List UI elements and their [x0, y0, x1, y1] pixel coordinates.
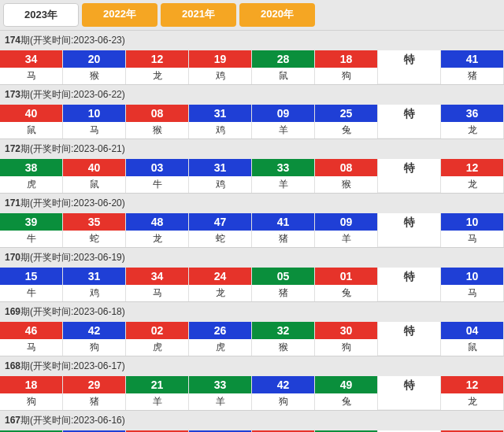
- ball-cell: 01兔: [315, 268, 378, 301]
- ball-number: 02: [126, 322, 188, 339]
- ball-cell: 30狗: [315, 322, 378, 356]
- ball-zodiac: 兔: [315, 122, 377, 138]
- ball-zodiac: 蛇: [189, 231, 251, 247]
- ball-zodiac: 虎: [189, 339, 251, 356]
- ball-cell: 10马: [63, 105, 126, 138]
- ball-number: 10: [441, 213, 503, 231]
- year-tab-2[interactable]: 2021年: [161, 3, 236, 27]
- periods-container: 174期(开奖时间:2023-06-23)34马20猴12龙19鸡28鼠18狗特…: [0, 30, 504, 432]
- special-label: 特: [378, 213, 440, 232]
- ball-number: 08: [315, 159, 377, 176]
- ball-number: 19: [189, 50, 251, 68]
- ball-cell: 47蛇: [189, 213, 252, 247]
- ball-zodiac: 狗: [252, 393, 314, 410]
- ball-cell: 38虎: [0, 159, 63, 193]
- ball-cell: 09羊: [252, 105, 315, 138]
- ball-cell: 05猪: [252, 268, 315, 301]
- ball-zodiac: 鼠: [441, 339, 503, 356]
- special-ball-cell: 10马: [441, 268, 504, 301]
- period-header: 172期(开奖时间:2023-06-21): [0, 138, 504, 159]
- ball-number: 08: [126, 105, 188, 122]
- ball-number: 33: [189, 376, 251, 393]
- ball-number: 29: [63, 376, 125, 393]
- ball-cell: 03牛: [126, 159, 189, 193]
- special-ball-cell: 04鼠: [441, 322, 504, 356]
- ball-zodiac: 鼠: [0, 122, 62, 138]
- ball-zodiac: 羊: [189, 393, 251, 410]
- ball-number: 41: [252, 213, 314, 231]
- ball-number: 48: [126, 213, 188, 231]
- ball-cell: 49兔: [315, 376, 378, 410]
- ball-zodiac: 猴: [315, 176, 377, 193]
- ball-zodiac: 兔: [315, 393, 377, 410]
- ball-number: 12: [441, 159, 503, 176]
- result-row: 38虎40鼠03牛31鸡33羊08猴特 12龙: [0, 159, 504, 193]
- special-label-cell: 特: [378, 50, 441, 84]
- ball-number: 34: [126, 268, 188, 285]
- ball-cell: 39牛: [0, 213, 63, 247]
- ball-number: 21: [126, 376, 188, 393]
- ball-zodiac: 狗: [63, 339, 125, 356]
- ball-zodiac: 鸡: [189, 176, 251, 193]
- ball-number: 34: [0, 50, 62, 68]
- ball-cell: 20猴: [63, 50, 126, 84]
- result-row: 15牛31鸡34马24龙05猪01兔特 10马: [0, 268, 504, 301]
- ball-number: 31: [63, 268, 125, 285]
- special-label-cell: 特: [378, 322, 441, 356]
- ball-cell: 31鸡: [189, 105, 252, 138]
- special-label-cell: 特: [378, 268, 441, 301]
- result-row: 40鼠10马08猴31鸡09羊25兔特 36龙: [0, 105, 504, 138]
- ball-cell: 48龙: [126, 213, 189, 247]
- special-ball-cell: 12龙: [441, 159, 504, 193]
- ball-zodiac: 马: [126, 285, 188, 301]
- ball-cell: 18狗: [315, 50, 378, 84]
- ball-zodiac: 鸡: [63, 285, 125, 301]
- ball-cell: 12龙: [126, 50, 189, 84]
- ball-number: 24: [189, 268, 251, 285]
- year-tab-0[interactable]: 2023年: [3, 3, 79, 27]
- ball-zodiac: 鼠: [252, 68, 314, 84]
- period-header: 173期(开奖时间:2023-06-22): [0, 84, 504, 105]
- ball-number: 35: [63, 213, 125, 231]
- period-header: 170期(开奖时间:2023-06-19): [0, 247, 504, 268]
- ball-number: 10: [441, 268, 503, 285]
- special-label-cell: 特: [378, 376, 441, 410]
- special-label: 特: [378, 105, 440, 124]
- ball-number: 40: [63, 159, 125, 176]
- ball-cell: 33羊: [252, 159, 315, 193]
- special-ball-cell: 36龙: [441, 105, 504, 138]
- ball-cell: 40鼠: [0, 105, 63, 138]
- ball-cell: 31鸡: [63, 268, 126, 301]
- ball-cell: 35蛇: [63, 213, 126, 247]
- ball-number: 42: [63, 322, 125, 339]
- ball-number: 36: [441, 105, 503, 122]
- ball-number: 09: [252, 105, 314, 122]
- ball-number: 31: [189, 105, 251, 122]
- ball-cell: 02虎: [126, 322, 189, 356]
- ball-cell: 18狗: [0, 376, 63, 410]
- ball-number: 31: [189, 159, 251, 176]
- ball-number: 01: [315, 268, 377, 285]
- special-ball-cell: 10马: [441, 213, 504, 247]
- ball-zodiac: 鼠: [63, 176, 125, 193]
- year-tab-1[interactable]: 2022年: [82, 3, 158, 27]
- ball-zodiac: 蛇: [63, 231, 125, 247]
- period-header: 171期(开奖时间:2023-06-20): [0, 193, 504, 213]
- ball-number: 49: [315, 376, 377, 393]
- special-label: 特: [378, 376, 440, 395]
- year-tab-3[interactable]: 2020年: [239, 3, 315, 27]
- ball-zodiac: 马: [63, 122, 125, 138]
- ball-cell: 21羊: [126, 376, 189, 410]
- ball-cell: 40鼠: [63, 159, 126, 193]
- ball-zodiac: 猪: [252, 231, 314, 247]
- ball-number: 33: [252, 159, 314, 176]
- ball-number: 12: [126, 50, 188, 68]
- ball-zodiac: 羊: [252, 176, 314, 193]
- ball-cell: 46马: [0, 322, 63, 356]
- ball-cell: 24龙: [189, 268, 252, 301]
- ball-cell: 33羊: [189, 376, 252, 410]
- ball-zodiac: 猪: [441, 68, 503, 84]
- special-label-cell: 特: [378, 159, 441, 193]
- ball-number: 47: [189, 213, 251, 231]
- ball-zodiac: 龙: [126, 68, 188, 84]
